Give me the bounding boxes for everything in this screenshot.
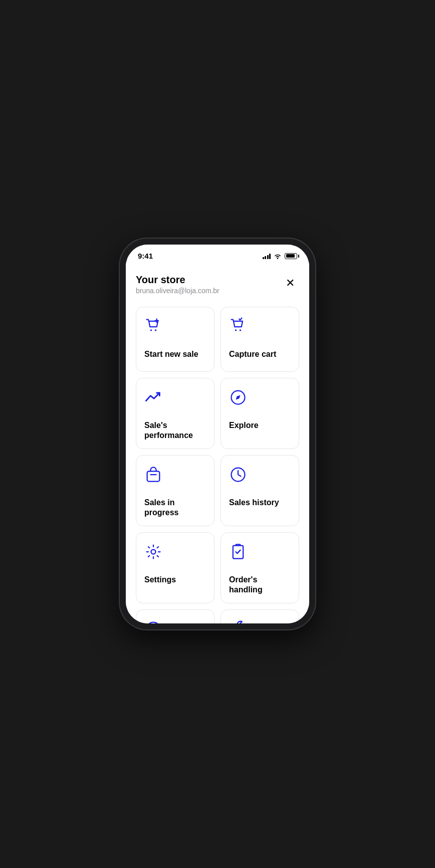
menu-item-explore[interactable]: Explore <box>221 378 299 449</box>
bag-icon <box>144 466 162 484</box>
menu-item-help[interactable]: Help <box>136 609 214 623</box>
menu-item-settings[interactable]: Settings <box>136 532 214 603</box>
header-info: Your store bruna.oliveira@loja.com.br <box>136 274 220 295</box>
menu-item-tools[interactable]: Tools <box>221 609 299 623</box>
clipboard-check-icon <box>229 543 247 561</box>
close-button[interactable]: ✕ <box>281 274 299 292</box>
compass-icon <box>229 388 247 406</box>
menu-item-start-new-sale[interactable]: Start new sale <box>136 307 214 372</box>
menu-item-orders-handling[interactable]: Order's handling <box>221 532 299 603</box>
main-content: Your store bruna.oliveira@loja.com.br ✕ <box>126 264 309 623</box>
menu-label-start-new-sale: Start new sale <box>144 349 198 359</box>
svg-point-1 <box>155 329 156 331</box>
status-bar: 9:41 <box>126 245 309 264</box>
svg-point-5 <box>240 329 241 331</box>
phone-screen: 9:41 <box>126 245 309 623</box>
menu-label-orders-handling: Order's handling <box>229 575 291 595</box>
svg-point-0 <box>150 329 152 331</box>
header: Your store bruna.oliveira@loja.com.br ✕ <box>136 264 299 307</box>
svg-point-11 <box>151 550 156 554</box>
cart-plus-icon <box>144 317 162 335</box>
menu-grid: Start new sale Capture cart <box>136 307 299 623</box>
store-title: Your store <box>136 274 220 286</box>
clock-icon <box>229 466 247 484</box>
svg-point-4 <box>235 329 237 331</box>
menu-label-sales-in-progress: Sales in progress <box>144 498 206 518</box>
menu-label-explore: Explore <box>229 420 259 430</box>
svg-rect-8 <box>147 471 160 481</box>
menu-label-settings: Settings <box>144 575 176 585</box>
store-email: bruna.oliveira@loja.com.br <box>136 287 220 295</box>
status-time: 9:41 <box>138 252 153 260</box>
svg-marker-7 <box>236 395 241 400</box>
menu-label-sales-performance: Sale's performance <box>144 420 206 441</box>
battery-icon <box>285 253 297 259</box>
question-circle-icon <box>144 620 162 623</box>
trending-up-icon <box>144 388 162 406</box>
gear-icon <box>144 543 162 561</box>
menu-item-sales-in-progress[interactable]: Sales in progress <box>136 455 214 526</box>
cart-check-icon <box>229 317 247 335</box>
menu-item-capture-cart[interactable]: Capture cart <box>221 307 299 372</box>
wifi-icon <box>274 253 282 259</box>
menu-item-sales-performance[interactable]: Sale's performance <box>136 378 214 449</box>
phone-frame: 9:41 <box>120 239 315 629</box>
signal-icon <box>263 253 271 259</box>
status-icons <box>263 253 298 259</box>
close-icon: ✕ <box>286 277 295 290</box>
svg-point-13 <box>147 622 160 624</box>
menu-item-sales-history[interactable]: Sales history <box>221 455 299 526</box>
wrench-icon <box>229 620 247 623</box>
menu-label-capture-cart: Capture cart <box>229 349 276 359</box>
menu-label-sales-history: Sales history <box>229 498 279 508</box>
